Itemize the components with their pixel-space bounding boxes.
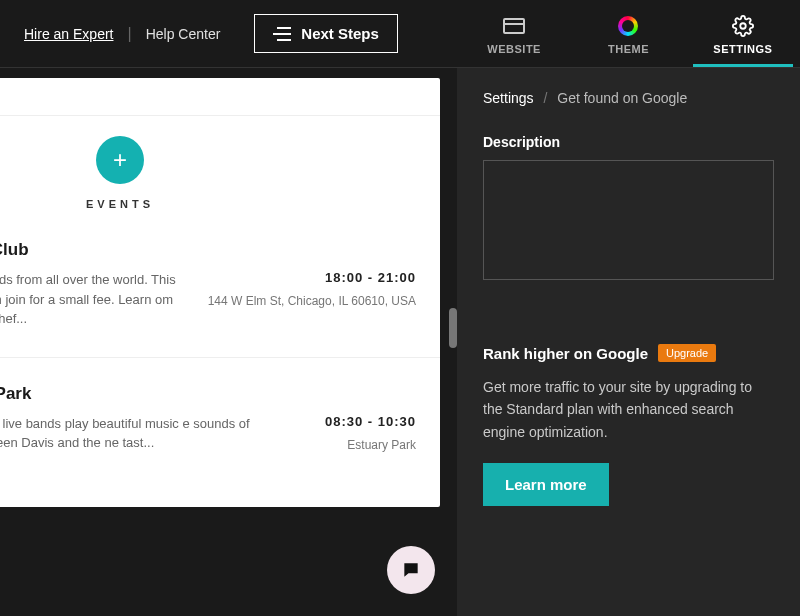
rank-header: Rank higher on Google Upgrade (483, 344, 774, 362)
tab-settings[interactable]: SETTINGS (693, 5, 793, 67)
add-section-button[interactable]: + (96, 136, 144, 184)
rank-description: Get more traffic to your site by upgradi… (483, 376, 774, 443)
events-heading: EVENTS (0, 198, 440, 210)
breadcrumb: Settings / Get found on Google (483, 90, 774, 106)
svg-point-0 (740, 23, 746, 29)
settings-panel: Settings / Get found on Google Descripti… (457, 68, 800, 616)
event-meta: 18:00 - 21:00 144 W Elm St, Chicago, IL … (208, 270, 416, 329)
breadcrumb-separator: / (543, 90, 547, 106)
chat-button[interactable] (387, 546, 435, 594)
topbar-left: Hire an Expert | Help Center Next Steps (0, 14, 457, 53)
scrollbar-thumb[interactable] (449, 308, 457, 348)
website-preview-pane: omain + EVENTS er Club n foods from all … (0, 68, 457, 616)
gear-icon (732, 15, 754, 37)
next-steps-button[interactable]: Next Steps (254, 14, 398, 53)
hire-expert-link[interactable]: Hire an Expert (24, 26, 113, 42)
help-center-link[interactable]: Help Center (146, 26, 221, 42)
top-bar: Hire an Expert | Help Center Next Steps … (0, 0, 800, 68)
main-area: omain + EVENTS er Club n foods from all … (0, 68, 800, 616)
tab-theme-label: THEME (608, 43, 649, 55)
learn-more-button[interactable]: Learn more (483, 463, 609, 506)
event-item[interactable]: he Park en to live bands play beautiful … (0, 384, 440, 482)
event-description: en to live bands play beautiful music e … (0, 414, 295, 454)
editor-tabs: WEBSITE THEME SETTINGS (457, 0, 800, 67)
event-location: Estuary Park (325, 437, 416, 454)
breadcrumb-root[interactable]: Settings (483, 90, 534, 106)
description-label: Description (483, 134, 774, 150)
chat-icon (400, 560, 422, 580)
tab-website[interactable]: WEBSITE (464, 5, 564, 67)
rank-title: Rank higher on Google (483, 345, 648, 362)
next-steps-label: Next Steps (301, 25, 379, 42)
divider: | (127, 25, 131, 43)
tab-theme[interactable]: THEME (578, 5, 678, 67)
upgrade-badge[interactable]: Upgrade (658, 344, 716, 362)
breadcrumb-current: Get found on Google (557, 90, 687, 106)
browser-window-icon (503, 15, 525, 37)
tab-settings-label: SETTINGS (713, 43, 772, 55)
tab-website-label: WEBSITE (487, 43, 541, 55)
event-title: er Club (0, 240, 416, 260)
event-item[interactable]: er Club n foods from all over the world.… (0, 240, 440, 358)
event-time: 18:00 - 21:00 (208, 270, 416, 285)
domain-bar[interactable]: omain (0, 78, 440, 116)
description-input[interactable] (483, 160, 774, 280)
event-title: he Park (0, 384, 416, 404)
event-location: 144 W Elm St, Chicago, IL 60610, USA (208, 293, 416, 310)
list-icon (273, 27, 291, 41)
color-wheel-icon (617, 15, 639, 37)
site-canvas[interactable]: omain + EVENTS er Club n foods from all … (0, 78, 440, 507)
event-description: n foods from all over the world. This u … (0, 270, 178, 329)
event-meta: 08:30 - 10:30 Estuary Park (325, 414, 416, 454)
event-time: 08:30 - 10:30 (325, 414, 416, 429)
